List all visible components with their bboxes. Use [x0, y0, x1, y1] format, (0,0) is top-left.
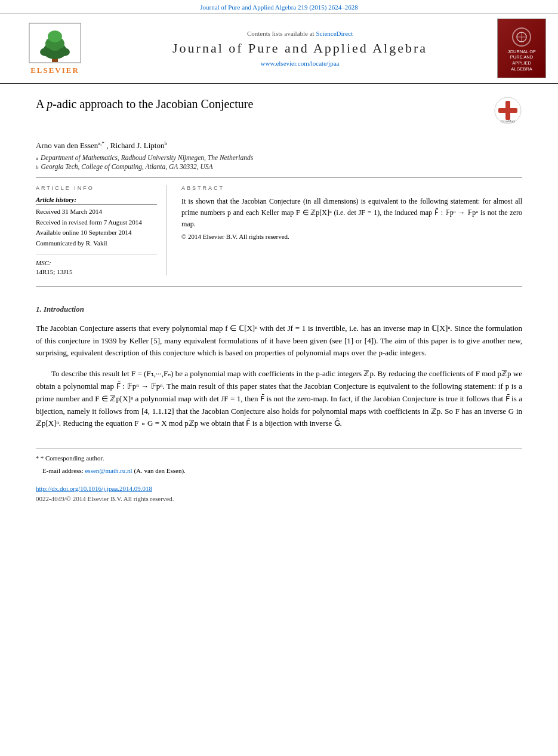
msc-label: MSC:	[36, 254, 157, 266]
svg-point-3	[48, 30, 62, 42]
journal-url: www.elsevier.com/locate/jpaa	[109, 60, 491, 67]
journal-banner: ELSEVIER Contents lists available at Sci…	[0, 14, 558, 84]
journal-cover: JOURNAL OF PURE AND APPLIED ALGEBRA	[497, 19, 546, 78]
intro-paragraph-1: The Jacobian Conjecture asserts that eve…	[36, 322, 522, 359]
email-link[interactable]: essen@math.ru.nl	[85, 467, 132, 474]
footnote-area: * * Corresponding author. E-mail address…	[36, 448, 522, 475]
svg-point-4	[40, 48, 52, 56]
contents-available: Contents lists available at ScienceDirec…	[109, 30, 491, 37]
svg-point-5	[58, 48, 70, 56]
journal-title-banner: Journal of Pure and Applied Algebra	[109, 41, 491, 56]
article-title: A p-adic approach to the Jacobian Conjec…	[36, 96, 482, 112]
doi-link[interactable]: http://dx.doi.org/10.1016/j.jpaa.2014.09…	[36, 485, 522, 492]
authors-section: Arno van den Essena,* , Richard J. Lipto…	[36, 140, 522, 170]
elsevier-logo: ELSEVIER	[7, 22, 103, 75]
footnote-email: E-mail address: essen@math.ru.nl (A. van…	[36, 466, 522, 476]
abstract-column: ABSTRACT It is shown that the Jacobian C…	[181, 185, 522, 275]
available-date: Available online 10 September 2014	[36, 228, 157, 237]
abstract-copyright: © 2014 Elsevier B.V. All rights reserved…	[181, 233, 522, 240]
banner-center: Contents lists available at ScienceDirec…	[103, 30, 497, 67]
sciencedirect-link[interactable]: ScienceDirect	[316, 30, 353, 37]
bottom-links: http://dx.doi.org/10.1016/j.jpaa.2014.09…	[36, 481, 522, 503]
section-heading: 1. Introduction	[36, 305, 522, 314]
svg-text:CrossMark: CrossMark	[501, 119, 516, 123]
journal-cover-text: JOURNAL OF PURE AND APPLIED ALGEBRA	[501, 49, 542, 72]
banner-right: JOURNAL OF PURE AND APPLIED ALGEBRA	[497, 19, 551, 78]
elsevier-wordmark: ELSEVIER	[30, 66, 79, 75]
received-date: Received 31 March 2014	[36, 207, 157, 216]
top-journal-reference: Journal of Pure and Applied Algebra 219 …	[0, 0, 558, 14]
crossmark-icon: CrossMark	[494, 96, 522, 125]
intro-paragraph-2: To describe this result let F = (F₁,···,…	[36, 368, 522, 430]
article-title-section: A p-adic approach to the Jacobian Conjec…	[36, 96, 522, 131]
article-info-column: ARTICLE INFO Article history: Received 3…	[36, 185, 167, 275]
journal-cover-emblem	[512, 27, 531, 47]
footnote-corresponding: * * Corresponding author.	[36, 453, 522, 463]
divider-after-authors	[36, 177, 522, 178]
cover-emblem-icon	[516, 31, 528, 43]
copyright-bottom: 0022-4049/© 2014 Elsevier B.V. All right…	[36, 495, 174, 502]
banner-left: ELSEVIER	[7, 22, 103, 75]
msc-values: 14R15; 13J15	[36, 268, 157, 275]
article-info-label: ARTICLE INFO	[36, 185, 157, 191]
affiliation-a: a Department of Mathematics, Radboud Uni…	[36, 154, 522, 161]
authors-line: Arno van den Essena,* , Richard J. Lipto…	[36, 140, 522, 150]
article-history-label: Article history:	[36, 196, 157, 205]
affiliation-b: b Georgia Tech, College of Computing, At…	[36, 163, 522, 170]
communicated-by: Communicated by R. Vakil	[36, 239, 157, 248]
abstract-text: It is shown that the Jacobian Conjecture…	[181, 196, 522, 229]
svg-rect-13	[498, 108, 517, 113]
divider-after-abstract	[36, 286, 522, 287]
revised-date: Received in revised form 7 August 2014	[36, 218, 157, 227]
two-column-layout: ARTICLE INFO Article history: Received 3…	[36, 185, 522, 275]
elsevier-tree-icon	[28, 22, 82, 64]
introduction-section: 1. Introduction The Jacobian Conjecture …	[36, 305, 522, 430]
abstract-label: ABSTRACT	[181, 185, 522, 191]
article-content: A p-adic approach to the Jacobian Conjec…	[0, 84, 558, 515]
